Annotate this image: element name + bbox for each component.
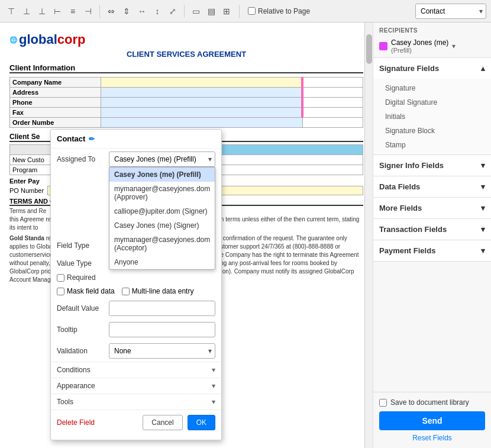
data-fields-header[interactable]: Data Fields ▾ <box>373 176 491 197</box>
conditions-section[interactable]: Conditions ▾ <box>51 362 221 378</box>
document-scrollbar[interactable] <box>364 22 373 448</box>
signature-fields-section: Signature Fields ▴ Signature Digital Sig… <box>373 58 491 155</box>
resize-height-icon[interactable]: ↕ <box>151 5 164 18</box>
save-library-checkbox[interactable] <box>379 399 387 407</box>
distribute-h-icon[interactable]: ⇔ <box>105 5 118 18</box>
default-value-input[interactable] <box>109 301 215 316</box>
signature-fields-label: Signature Fields <box>379 64 439 73</box>
resize-both-icon[interactable]: ⤢ <box>166 5 179 18</box>
recipient-sub: (Prefill) <box>391 47 448 54</box>
assigned-to-dropdown: Casey Jones (me) (Prefill) mymanager@cas… <box>109 167 215 270</box>
signature-field-item[interactable]: Signature <box>373 81 491 95</box>
more-fields-header[interactable]: More Fields ▾ <box>373 198 491 218</box>
payment-fields-header[interactable]: Payment Fields ▾ <box>373 240 491 261</box>
gold-std-label: Gold Standa <box>9 235 44 241</box>
dropdown-item-1[interactable]: mymanager@caseyjones.dom (Approver) <box>109 182 215 204</box>
appearance-section[interactable]: Appearance ▾ <box>51 378 221 394</box>
dropdown-item-4[interactable]: mymanager@caseyjones.dom (Acceptor) <box>109 233 215 255</box>
validation-select-wrapper: None <box>109 343 215 359</box>
signer-info-section: Signer Info Fields ▾ <box>373 155 491 176</box>
mask-field-checkbox[interactable] <box>57 288 64 295</box>
reset-fields-link[interactable]: Reset Fields <box>379 434 485 442</box>
relative-to-page-checkbox[interactable] <box>248 7 256 15</box>
payment-fields-label: Payment Fields <box>379 246 435 255</box>
transaction-fields-header[interactable]: Transaction Fields ▾ <box>373 219 491 240</box>
dropdown-item-5[interactable]: Anyone <box>109 255 215 269</box>
distribute-v-icon[interactable]: ⇕ <box>120 5 133 18</box>
recipient-chevron-icon: ▾ <box>452 42 456 50</box>
required-label: Required <box>67 273 96 282</box>
field-type-label: Field Type <box>57 241 104 250</box>
contact-select[interactable]: Contact Signer Approver <box>415 4 486 19</box>
recipient-name-text: Casey Jones (me) (Prefill) <box>391 38 448 54</box>
initials-field-item[interactable]: Initials <box>373 109 491 124</box>
dropdown-item-2[interactable]: calliope@jupiter.dom (Signer) <box>109 204 215 218</box>
signer-info-header[interactable]: Signer Info Fields ▾ <box>373 155 491 176</box>
document-area: 🌐 globalcorp CLIENT SERVICES AGREEMENT C… <box>0 22 373 448</box>
order-extra <box>302 118 363 128</box>
mask-field-label: Mask field data <box>67 287 115 295</box>
ok-button[interactable]: OK <box>188 415 215 430</box>
align-left-icon[interactable]: ⊢ <box>51 5 64 18</box>
delete-field-link[interactable]: Delete Field <box>57 418 138 427</box>
new-customer-field[interactable] <box>222 155 363 165</box>
dropdown-item-3[interactable]: Casey Jones (me) (Signer) <box>109 218 215 233</box>
send-button[interactable]: Send <box>379 411 485 430</box>
save-library-label: Save to document library <box>390 398 469 407</box>
required-checkbox[interactable] <box>57 274 64 282</box>
phone-extra <box>302 98 363 108</box>
page-layout-icon[interactable]: ▭ <box>189 5 202 18</box>
logo-global: global <box>19 32 57 47</box>
tooltip-input[interactable] <box>109 322 215 337</box>
recipient-color-dot <box>379 42 387 50</box>
fax-field[interactable] <box>101 108 302 118</box>
contact-popup: Contact ✏ Assigned To Casey Jones (me) (… <box>50 129 222 440</box>
required-label-row: Required <box>57 273 104 282</box>
align-center-h-icon[interactable]: ≡ <box>66 5 79 18</box>
address-field[interactable] <box>101 88 302 98</box>
multiline-checkbox[interactable] <box>122 288 130 295</box>
align-center-v-icon[interactable]: ⊥ <box>20 5 33 18</box>
validation-label: Validation <box>57 347 104 355</box>
popup-header: Contact ✏ <box>51 130 221 149</box>
right-sidebar: RECIPIENTS Casey Jones (me) (Prefill) ▾ … <box>373 22 491 448</box>
client-info-title: Client Information <box>9 63 363 73</box>
validation-select[interactable]: None <box>109 343 215 359</box>
order-number-field[interactable] <box>101 118 302 128</box>
digital-signature-field-item[interactable]: Digital Signature <box>373 95 491 109</box>
default-value-label: Default Value <box>57 304 104 312</box>
tooltip-row: Tooltip <box>51 319 221 340</box>
align-top-icon[interactable]: ⊤ <box>5 5 18 18</box>
stack-icon[interactable]: ▤ <box>205 5 218 18</box>
company-name-field[interactable] <box>101 78 302 88</box>
assigned-to-select-wrapper: Casey Jones (me) (Prefill) mymanager@cas… <box>109 152 215 167</box>
more-fields-section: More Fields ▾ <box>373 198 491 219</box>
order-number-label: Order Numbe <box>10 118 101 128</box>
sidebar-footer: Save to document library Send Reset Fiel… <box>373 392 491 448</box>
appearance-label: Appearance <box>57 382 95 390</box>
align-right-icon[interactable]: ⊣ <box>82 5 95 18</box>
scrollbar-thumb[interactable] <box>366 34 372 64</box>
conditions-label: Conditions <box>57 366 91 374</box>
program-field[interactable] <box>222 165 363 175</box>
cancel-button[interactable]: Cancel <box>143 415 182 430</box>
signature-fields-header[interactable]: Signature Fields ▴ <box>373 58 491 79</box>
signature-block-field-item[interactable]: Signature Block <box>373 124 491 138</box>
stamp-field-item[interactable]: Stamp <box>373 138 491 152</box>
dropdown-item-0[interactable]: Casey Jones (me) (Prefill) <box>109 167 215 182</box>
toolbar-divider-1 <box>99 5 100 18</box>
tools-section[interactable]: Tools ▾ <box>51 394 221 410</box>
assigned-to-select[interactable]: Casey Jones (me) (Prefill) mymanager@cas… <box>109 152 215 167</box>
phone-field[interactable] <box>101 98 302 108</box>
multiline-label-row: Multi-line data entry <box>122 287 194 295</box>
layer-icon[interactable]: ⊞ <box>220 5 233 18</box>
signature-fields-chevron-icon: ▴ <box>481 64 485 73</box>
recipient-casey-jones[interactable]: Casey Jones (me) (Prefill) ▾ <box>373 36 491 58</box>
align-bottom-icon[interactable]: ⊥ <box>35 5 49 18</box>
resize-width-icon[interactable]: ↔ <box>135 5 148 18</box>
payment-fields-section: Payment Fields ▾ <box>373 240 491 262</box>
edit-icon[interactable]: ✏ <box>89 135 95 143</box>
validation-row: Validation None <box>51 340 221 362</box>
popup-title: Contact <box>57 134 85 143</box>
payment-fields-chevron-icon: ▾ <box>481 246 485 255</box>
